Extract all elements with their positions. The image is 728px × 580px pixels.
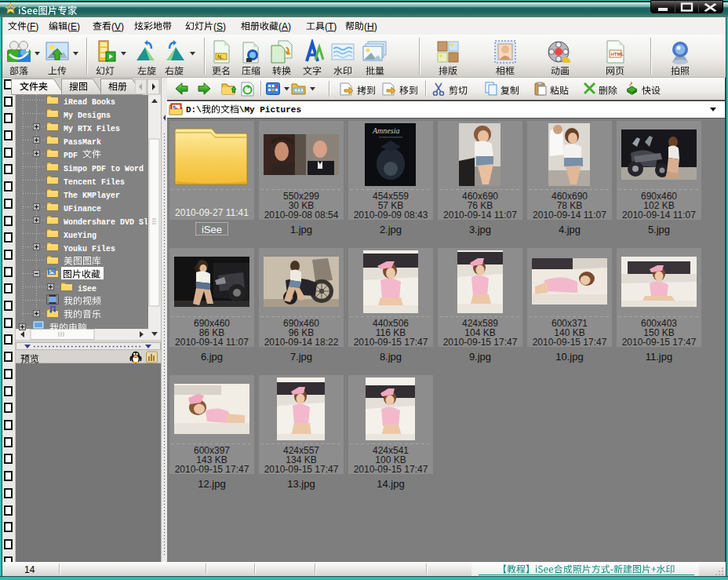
svg-text:N..: N.. — [217, 54, 224, 60]
svg-text:Amnesia: Amnesia — [372, 126, 399, 135]
svg-text:HTML: HTML — [611, 52, 624, 57]
